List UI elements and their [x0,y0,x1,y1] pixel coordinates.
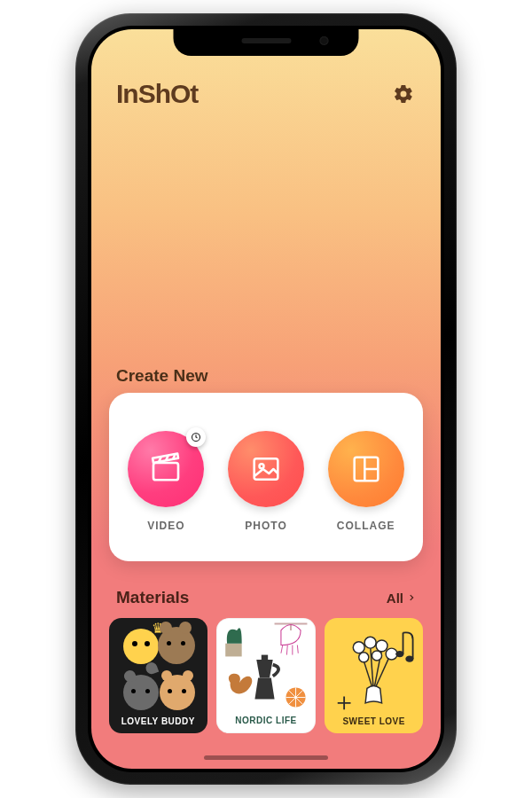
svg-point-16 [387,648,398,660]
materials-row: ♛ LOVELY BUDDY [109,618,423,733]
app-logo: InShOt [116,79,198,109]
materials-header: Materials All [116,588,416,607]
clock-icon [191,432,201,442]
create-new-title: Create New [116,366,208,386]
gear-icon [393,83,414,105]
nordic-life-art [217,619,316,725]
material-pack-label: LOVELY BUDDY [121,716,195,726]
photo-circle [228,431,304,507]
create-video-button[interactable]: VIDEO [116,431,216,532]
phone-bezel: InShOt Create New [88,26,444,772]
chevron-right-icon [407,592,416,603]
collage-circle [328,431,404,507]
create-item-label: PHOTO [245,520,286,532]
app-header: InShOt [91,79,441,109]
svg-point-14 [365,637,377,648]
phone-notch [173,26,358,56]
home-indicator[interactable] [204,755,328,760]
material-pack-nordic-life[interactable]: NORDIC LIFE [216,618,317,733]
create-new-card: VIDEO PHOTO [109,393,423,561]
sweet-love-art [325,618,423,724]
image-icon [248,451,284,487]
app-screen: InShOt Create New [91,29,441,769]
grid-icon [348,451,384,487]
svg-point-17 [359,653,369,662]
svg-point-20 [406,655,414,661]
svg-rect-10 [225,644,241,657]
svg-point-15 [376,640,387,652]
svg-point-18 [372,651,382,661]
create-item-label: COLLAGE [337,520,395,532]
svg-point-13 [354,642,365,653]
clapper-icon [147,450,184,488]
create-collage-button[interactable]: COLLAGE [316,431,416,532]
svg-rect-0 [153,463,178,480]
svg-rect-11 [261,655,267,661]
phone-frame: InShOt Create New [75,13,457,785]
all-label: All [387,591,403,606]
create-photo-button[interactable]: PHOTO [216,431,317,532]
materials-all-link[interactable]: All [387,591,416,606]
lovely-buddy-art: ♛ [116,625,200,712]
svg-point-6 [260,464,264,468]
create-item-label: VIDEO [147,520,184,532]
materials-title: Materials [116,588,189,607]
material-pack-sweet-love[interactable]: SWEET LOVE [325,618,423,733]
video-history-badge[interactable] [186,427,206,447]
settings-button[interactable] [391,82,416,106]
svg-point-19 [396,651,404,657]
material-pack-lovely-buddy[interactable]: ♛ LOVELY BUDDY [109,618,207,733]
